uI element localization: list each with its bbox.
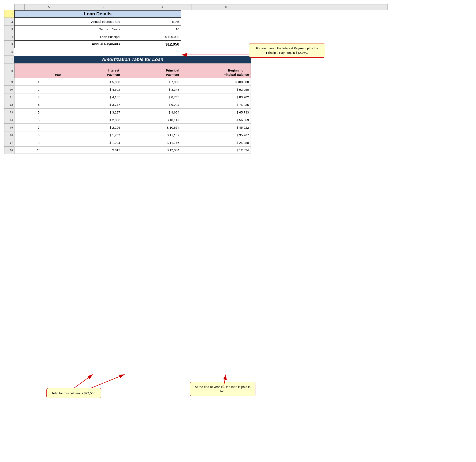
row-num-18: 18 xyxy=(4,146,14,154)
amort-12-year: 4 xyxy=(14,101,63,108)
col-header-c: C xyxy=(132,4,191,10)
cell-2a xyxy=(14,18,63,25)
row-num-6: 6 xyxy=(4,48,14,56)
col-header-a: A xyxy=(25,4,73,10)
cell-16e xyxy=(251,131,377,139)
arrow-column-total-interest xyxy=(74,374,93,388)
cell-4b: Loan Principal xyxy=(63,33,122,41)
amort-17-interest: $ 1,204 xyxy=(63,139,122,146)
row-num-12: 12 xyxy=(4,101,14,108)
amort-16-beginning: $ 35,267 xyxy=(181,131,251,139)
row-13: 13 5 $ 3,287 $ 9,664 $ 65,733 xyxy=(4,108,476,116)
row-num-1: 1 xyxy=(4,10,14,18)
row-num-4: 4 xyxy=(4,33,14,41)
amort-16-year: 8 xyxy=(14,131,63,139)
cell-3d xyxy=(181,25,251,33)
row-num-9: 9 xyxy=(4,78,14,86)
row-18: 18 10 $ 617 $ 12,334 $ 12,334 xyxy=(4,146,476,154)
cell-3a xyxy=(14,25,63,33)
cell-2d xyxy=(181,18,251,25)
row-num-13: 13 xyxy=(4,108,14,116)
row-1: 1 Loan Details xyxy=(4,10,476,18)
cell-10e xyxy=(251,86,377,93)
row-16: 16 8 $ 1,763 $ 11,187 $ 35,267 xyxy=(4,131,476,139)
corner-cell xyxy=(14,4,25,10)
col-header-b: B xyxy=(73,4,132,10)
amort-15-interest: $ 2,296 xyxy=(63,124,122,131)
row-num-8: 8 xyxy=(4,63,14,78)
cell-5d xyxy=(181,41,251,48)
cell-1e xyxy=(251,10,377,18)
cell-4a xyxy=(14,33,63,41)
row-6: 6 xyxy=(4,48,476,56)
amort-18-year: 10 xyxy=(14,146,63,154)
amort-10-year: 2 xyxy=(14,86,63,93)
cell-6c xyxy=(122,48,181,56)
amort-13-principal: $ 9,664 xyxy=(122,108,181,116)
cell-3b: Terms in Years xyxy=(63,25,122,33)
row-14: 14 6 $ 2,803 $ 10,147 $ 56,069 xyxy=(4,116,476,124)
col-header-rest xyxy=(261,4,388,10)
callout-annual-payments: For each year, the Interest Payment plus… xyxy=(249,43,325,58)
row-num-5: 5 xyxy=(4,41,14,48)
cell-11e xyxy=(251,93,377,101)
amort-12-interest: $ 3,747 xyxy=(63,101,122,108)
loan-title: Loan Details xyxy=(14,10,181,18)
row-8: 8 Year InterestPayment PrincipalPayment … xyxy=(4,63,476,78)
amort-9-interest: $ 5,000 xyxy=(63,78,122,86)
amort-15-principal: $ 10,654 xyxy=(122,124,181,131)
row-2: 2 Annual Interest Rate 5.0% xyxy=(4,18,476,25)
col-header-beginning: BeginningPrincipal Balance xyxy=(181,63,251,78)
cell-2e xyxy=(251,18,377,25)
row-3: 3 Terms in Years 10 xyxy=(4,25,476,33)
cell-3c: 10 xyxy=(122,25,181,33)
row-num-17: 17 xyxy=(4,139,14,146)
amort-13-interest: $ 3,287 xyxy=(63,108,122,116)
cell-18e xyxy=(251,146,377,154)
amort-15-year: 7 xyxy=(14,124,63,131)
cell-12e xyxy=(251,101,377,108)
cell-1d xyxy=(181,10,251,18)
row-7: 7 Amortization Table for Loan xyxy=(4,56,476,63)
amort-10-beginning: $ 92,050 xyxy=(181,86,251,93)
row-5: 5 Annual Payments $12,950 xyxy=(4,41,476,48)
col-header-d: D xyxy=(191,4,261,10)
column-header-row: A B C D xyxy=(14,4,476,10)
cell-13e xyxy=(251,108,377,116)
cell-8e xyxy=(251,63,377,78)
cell-9e xyxy=(251,78,377,86)
row-num-7: 7 xyxy=(4,56,14,63)
cell-6b xyxy=(63,48,122,56)
row-17: 17 9 $ 1,204 $ 11,746 $ 24,080 xyxy=(4,139,476,146)
cell-4d xyxy=(181,33,251,41)
amort-12-principal: $ 9,204 xyxy=(122,101,181,108)
amort-9-principal: $ 7,950 xyxy=(122,78,181,86)
cell-5c: $12,950 xyxy=(122,41,181,48)
row-num-16: 16 xyxy=(4,131,14,139)
cell-5a xyxy=(14,41,63,48)
arrow-column-total-principal xyxy=(91,374,125,388)
cell-4c: $ 100,000 xyxy=(122,33,181,41)
amort-16-principal: $ 11,187 xyxy=(122,131,181,139)
row-num-10: 10 xyxy=(4,86,14,93)
cell-6a xyxy=(14,48,63,56)
amort-18-beginning: $ 12,334 xyxy=(181,146,251,154)
amort-13-year: 5 xyxy=(14,108,63,116)
amort-11-principal: $ 8,765 xyxy=(122,93,181,101)
amort-13-beginning: $ 65,733 xyxy=(181,108,251,116)
callout-year10: At the end of year 10, the loan is paid … xyxy=(190,382,255,396)
amort-17-year: 9 xyxy=(14,139,63,146)
row-num-2: 2 xyxy=(4,18,14,25)
amort-18-principal: $ 12,334 xyxy=(122,146,181,154)
amort-12-beginning: $ 74,936 xyxy=(181,101,251,108)
amort-11-year: 3 xyxy=(14,93,63,101)
row-4: 4 Loan Principal $ 100,000 xyxy=(4,33,476,41)
cell-4e xyxy=(251,33,377,41)
row-12: 12 4 $ 3,747 $ 9,204 $ 74,936 xyxy=(4,101,476,108)
row-10: 10 2 $ 4,602 $ 8,348 $ 92,050 xyxy=(4,86,476,93)
cell-2b: Annual Interest Rate xyxy=(63,18,122,25)
amort-16-interest: $ 1,763 xyxy=(63,131,122,139)
amort-14-principal: $ 10,147 xyxy=(122,116,181,124)
spreadsheet: A B C D 1 Loan Details 2 Annual Interest… xyxy=(4,4,476,154)
cell-15e xyxy=(251,124,377,131)
